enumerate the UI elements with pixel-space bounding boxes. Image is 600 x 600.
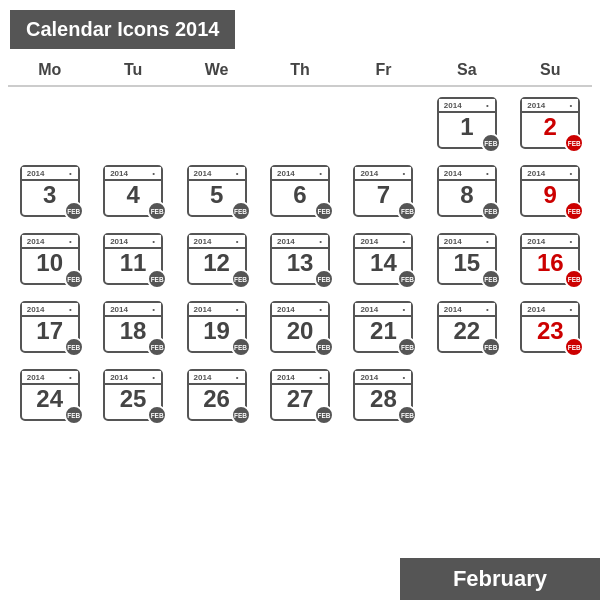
day-header: Th <box>258 55 341 85</box>
day-headers: MoTuWeThFrSaSu <box>8 55 592 87</box>
calendar-cell <box>425 363 508 427</box>
calendar-cell: 2014•12FEB <box>175 227 258 291</box>
calendar-cell: 2014•16FEB <box>509 227 592 291</box>
calendar-cell: 2014•18FEB <box>91 295 174 359</box>
calendar-cell: 2014•7FEB <box>342 159 425 223</box>
calendar-cell: 2014•5FEB <box>175 159 258 223</box>
footer-month: February <box>400 558 600 600</box>
calendar-cell: 2014•15FEB <box>425 227 508 291</box>
day-header: Fr <box>342 55 425 85</box>
calendar-cell <box>258 91 341 155</box>
calendar-cell: 2014•6FEB <box>258 159 341 223</box>
day-header: Su <box>509 55 592 85</box>
calendar-grid: 2014•1FEB2014•2FEB2014•3FEB2014•4FEB2014… <box>8 91 592 427</box>
day-header: Mo <box>8 55 91 85</box>
header-title: Calendar Icons 2014 <box>10 10 235 49</box>
calendar-cell: 2014•19FEB <box>175 295 258 359</box>
calendar-cell: 2014•20FEB <box>258 295 341 359</box>
calendar-cell: 2014•28FEB <box>342 363 425 427</box>
calendar-cell <box>342 91 425 155</box>
calendar-cell: 2014•27FEB <box>258 363 341 427</box>
calendar-cell <box>509 363 592 427</box>
calendar-cell: 2014•26FEB <box>175 363 258 427</box>
calendar-cell: 2014•23FEB <box>509 295 592 359</box>
calendar-cell: 2014•13FEB <box>258 227 341 291</box>
calendar-cell: 2014•3FEB <box>8 159 91 223</box>
calendar-cell <box>175 91 258 155</box>
calendar-cell: 2014•1FEB <box>425 91 508 155</box>
calendar-cell: 2014•8FEB <box>425 159 508 223</box>
calendar-cell: 2014•4FEB <box>91 159 174 223</box>
calendar-cell <box>91 91 174 155</box>
calendar-cell: 2014•11FEB <box>91 227 174 291</box>
day-header: Sa <box>425 55 508 85</box>
calendar-cell: 2014•2FEB <box>509 91 592 155</box>
calendar-cell <box>8 91 91 155</box>
day-header: We <box>175 55 258 85</box>
calendar-cell: 2014•24FEB <box>8 363 91 427</box>
calendar-cell: 2014•25FEB <box>91 363 174 427</box>
calendar-cell: 2014•10FEB <box>8 227 91 291</box>
calendar-cell: 2014•21FEB <box>342 295 425 359</box>
calendar-cell: 2014•14FEB <box>342 227 425 291</box>
calendar-cell: 2014•22FEB <box>425 295 508 359</box>
calendar-cell: 2014•9FEB <box>509 159 592 223</box>
day-header: Tu <box>91 55 174 85</box>
calendar-cell: 2014•17FEB <box>8 295 91 359</box>
